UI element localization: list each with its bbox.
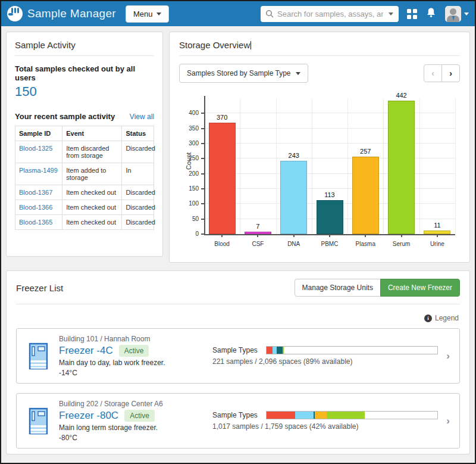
recent-activity-table: Sample ID Event Status Blood-1325 Item d… — [15, 126, 154, 230]
legend-link[interactable]: Legend — [435, 314, 459, 322]
sample-types-label: Sample Types — [212, 346, 258, 354]
freezer-temperature: -80°C — [59, 434, 212, 442]
freezer-icon — [27, 342, 49, 370]
sample-id-link[interactable]: Blood-1365 — [19, 219, 52, 226]
y-axis-title: Count — [185, 152, 192, 170]
app-logo-icon — [7, 6, 23, 21]
search-icon — [265, 10, 274, 20]
freezer-stats: 221 samples / 2,096 spaces (89% availabl… — [212, 357, 438, 366]
capacity-bar-segment — [327, 412, 365, 419]
sample-id-link[interactable]: Blood-1325 — [19, 145, 52, 152]
column-header-sample-id: Sample ID — [15, 126, 62, 141]
total-checked-out-value: 150 — [15, 84, 154, 99]
table-row: Plasma-1499 Item added to storage In — [15, 163, 154, 185]
brand[interactable]: Sample Manager — [7, 6, 116, 21]
event-cell: Item added to storage — [62, 163, 122, 185]
chevron-right-icon[interactable]: › — [438, 350, 452, 362]
next-chart-button[interactable]: › — [441, 64, 460, 82]
capacity-bar — [266, 411, 439, 419]
freezer-icon — [27, 407, 49, 435]
capacity-bar — [266, 346, 439, 354]
freezer-list-panel: Freezer List Manage Storage Units Create… — [6, 270, 470, 454]
freezer-card[interactable]: Building 202 / Storage Center A6 Freezer… — [16, 393, 460, 449]
status-badge: Active — [119, 345, 149, 357]
manage-storage-units-button[interactable]: Manage Storage Units — [295, 279, 381, 297]
avatar — [445, 6, 461, 22]
chevron-down-icon — [156, 13, 161, 15]
bar-value-label: 243 — [276, 152, 312, 159]
table-row: Blood-1325 Item discarded from storage D… — [15, 141, 154, 163]
x-axis-label: CSF — [240, 241, 275, 247]
table-row: Blood-1366 Item checked out Discarded — [15, 200, 154, 215]
event-cell: Item discarded from storage — [62, 141, 122, 163]
freezer-breadcrumb: Building 101 / Hannah Room — [59, 335, 212, 343]
status-badge: Active — [124, 410, 155, 422]
status-cell: In — [122, 163, 154, 185]
app-window: Sample Manager Menu — [0, 0, 476, 464]
capacity-bar-segment — [267, 347, 273, 354]
freezer-list-title: Freezer List — [16, 283, 63, 293]
previous-chart-button[interactable]: ‹ — [424, 64, 442, 82]
chevron-right-icon[interactable]: › — [438, 415, 452, 427]
text-cursor — [250, 41, 251, 49]
menu-button[interactable]: Menu — [126, 5, 170, 23]
search-box — [261, 6, 399, 22]
chart-bar-dna — [280, 161, 307, 234]
view-all-link[interactable]: View all — [130, 113, 154, 121]
event-cell: Item checked out — [62, 200, 122, 215]
create-new-freezer-button[interactable]: Create New Freezer — [380, 279, 460, 297]
bar-value-label: 257 — [347, 148, 383, 155]
chart-bar-blood — [209, 123, 236, 234]
chart-pager: ‹ › — [424, 64, 460, 82]
capacity-bar-segment — [315, 412, 326, 419]
chart-bar-serum — [388, 101, 415, 234]
event-cell: Item checked out — [62, 185, 122, 200]
user-menu[interactable] — [445, 6, 469, 22]
freezer-name-link[interactable]: Freezer -80C — [59, 410, 118, 422]
x-axis-label: Plasma — [347, 241, 383, 247]
x-axis-label: Urine — [419, 241, 455, 247]
capacity-bar-segment — [273, 347, 277, 354]
total-checked-out-label: Total samples checked out by all users — [15, 64, 154, 82]
search-dropdown-caret-icon[interactable] — [389, 13, 393, 15]
table-row: Blood-1365 Item checked out Discarded — [15, 215, 154, 230]
user-menu-caret-icon — [464, 13, 469, 15]
freezer-breadcrumb: Building 202 / Storage Center A6 — [59, 400, 212, 408]
status-cell: Discarded — [122, 141, 154, 163]
recent-activity-label: Your recent sample activity — [15, 112, 115, 121]
status-cell: Discarded — [122, 200, 154, 215]
capacity-bar-segment — [277, 347, 282, 354]
freezer-stats: 1,017 samples / 1,759 spaces (42% availa… — [212, 422, 438, 431]
x-axis-label: DNA — [276, 241, 312, 247]
freezer-temperature: -14°C — [59, 369, 212, 377]
chevron-down-icon — [296, 72, 300, 75]
chart-type-dropdown-label: Samples Stored by Sample Type — [187, 69, 291, 77]
storage-overview-title: Storage Overview — [179, 40, 460, 56]
chart-bar-pbmc — [317, 200, 343, 234]
x-axis-label: Serum — [383, 241, 419, 247]
bar-value-label: 7 — [240, 223, 275, 230]
freezer-name-link[interactable]: Freezer -4C — [59, 345, 113, 357]
bar-value-label: 11 — [419, 222, 455, 229]
top-navbar: Sample Manager Menu — [1, 1, 475, 26]
info-icon: i — [424, 314, 432, 322]
brand-name: Sample Manager — [27, 7, 116, 20]
sample-id-link[interactable]: Blood-1366 — [19, 204, 52, 211]
x-axis-label: PBMC — [312, 241, 347, 247]
column-header-event: Event — [62, 126, 122, 141]
storage-overview-panel: Storage Overview Samples Stored by Sampl… — [169, 32, 470, 263]
status-cell: Discarded — [122, 215, 154, 230]
capacity-bar-segment — [295, 412, 314, 419]
chart-type-dropdown[interactable]: Samples Stored by Sample Type — [179, 64, 308, 83]
search-input[interactable] — [261, 6, 399, 22]
column-header-status: Status — [122, 126, 154, 141]
bar-value-label: 113 — [312, 191, 347, 198]
sample-id-link[interactable]: Blood-1367 — [19, 189, 52, 196]
menu-button-label: Menu — [133, 10, 153, 18]
table-row: Blood-1367 Item checked out Discarded — [15, 185, 154, 200]
sample-id-link[interactable]: Plasma-1499 — [19, 167, 58, 174]
freezer-card[interactable]: Building 101 / Hannah Room Freezer -4C A… — [16, 328, 460, 384]
apps-grid-icon[interactable] — [407, 9, 417, 19]
notifications-bell-icon[interactable] — [426, 7, 436, 20]
storage-bar-chart: 050100150200250300350400370Blood7CSF243D… — [179, 89, 460, 251]
